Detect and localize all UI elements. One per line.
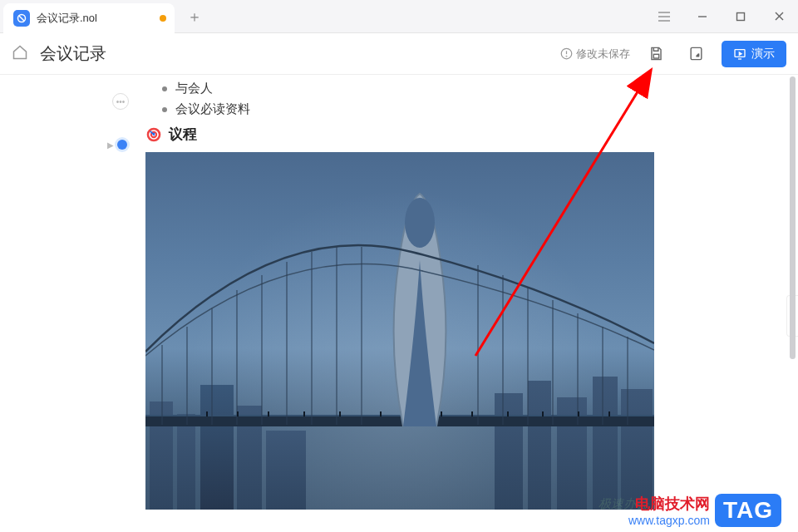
collapse-arrow-icon: ▶ <box>107 140 114 150</box>
heading-text: 议程 <box>169 125 197 144</box>
scrollbar[interactable] <box>790 76 796 527</box>
home-icon[interactable] <box>12 44 28 64</box>
content-area: ••• ▶ 与会人 会议必读资料 议程 <box>0 75 798 532</box>
bullet-icon <box>162 86 167 91</box>
scroll-thumb[interactable] <box>790 76 796 359</box>
minimize-button[interactable] <box>683 0 722 33</box>
document-title: 会议记录 <box>40 42 106 65</box>
document-body[interactable]: 与会人 会议必读资料 议程 <box>137 75 798 532</box>
window-controls <box>645 0 798 32</box>
svg-point-11 <box>566 56 567 57</box>
tag-badge: TAG <box>715 494 781 527</box>
svg-line-1 <box>19 16 24 21</box>
list-item[interactable]: 会议必读资料 <box>162 99 798 120</box>
target-icon <box>145 126 162 143</box>
list-item-text: 与会人 <box>175 81 213 96</box>
titlebar: 会议记录.nol ＋ <box>0 0 798 33</box>
doc-icon <box>13 10 30 27</box>
tab-title: 会议记录.nol <box>37 11 97 26</box>
present-label: 演示 <box>751 47 775 62</box>
toolbar: 会议记录 修改未保存 演示 <box>0 33 798 75</box>
watermark-url: www.tagxp.com <box>628 514 710 527</box>
present-button[interactable]: 演示 <box>722 41 786 67</box>
new-tab-button[interactable]: ＋ <box>183 5 206 28</box>
document-tab[interactable]: 会议记录.nol <box>3 3 175 33</box>
export-button[interactable] <box>682 40 710 68</box>
bullet-icon <box>162 107 167 112</box>
outline-dot-icon <box>117 140 127 150</box>
embedded-image[interactable] <box>145 152 654 510</box>
watermark-title: 电脑技术网 <box>628 494 710 514</box>
maximize-button[interactable] <box>722 0 760 33</box>
unsaved-dot-icon <box>160 15 166 22</box>
unsaved-text: 修改未保存 <box>576 47 630 62</box>
alert-icon <box>560 47 573 60</box>
svg-marker-15 <box>739 52 741 55</box>
close-button[interactable] <box>760 0 798 33</box>
more-options-icon[interactable]: ••• <box>112 93 129 110</box>
list-item[interactable]: 与会人 <box>162 78 798 99</box>
outline-marker[interactable]: ▶ <box>107 140 127 150</box>
svg-rect-6 <box>737 12 745 20</box>
list-item-text: 会议必读资料 <box>175 101 250 117</box>
gutter: ••• ▶ <box>0 75 137 532</box>
svg-rect-12 <box>653 54 658 58</box>
save-button[interactable] <box>642 40 670 68</box>
heading-line[interactable]: 议程 <box>145 120 798 152</box>
menu-button[interactable] <box>645 0 683 33</box>
svg-rect-13 <box>691 47 702 59</box>
display-icon <box>733 47 746 61</box>
watermark: 电脑技术网 www.tagxp.com TAG <box>628 494 781 527</box>
unsaved-status: 修改未保存 <box>560 47 630 62</box>
